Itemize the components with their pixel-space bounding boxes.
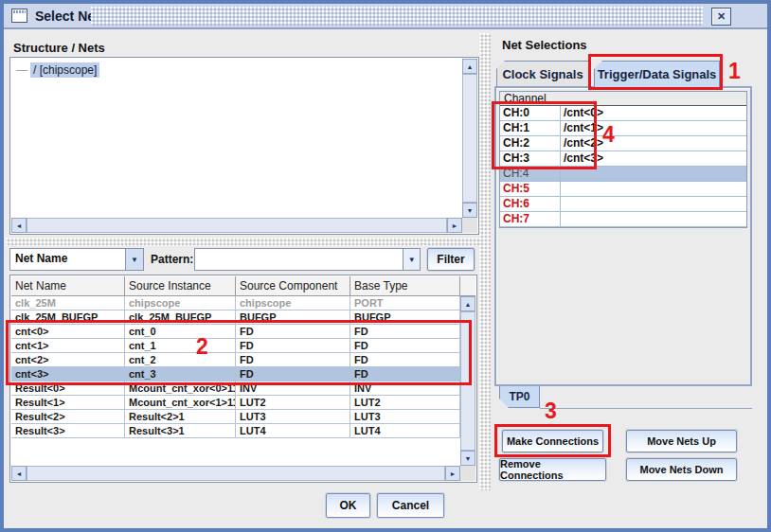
close-icon: ✕ — [717, 10, 726, 23]
horizontal-split-divider[interactable] — [6, 238, 481, 246]
vertical-split-divider[interactable] — [479, 33, 491, 490]
cell: FD — [236, 325, 350, 338]
table-row[interactable]: Result<2> Result<2>1 LUT3 LUT3 — [11, 410, 460, 424]
channel-column-header[interactable]: Channel — [500, 92, 746, 106]
table-hscroll-track[interactable] — [27, 466, 445, 481]
title-bar-texture — [91, 7, 703, 26]
channel-name: CH:6 — [500, 197, 561, 211]
channel-net: /cnt<0> — [561, 106, 746, 120]
channel-row[interactable]: CH:1 /cnt<1> — [500, 121, 746, 136]
pattern-input[interactable] — [195, 249, 403, 270]
scroll-right-icon: ► — [450, 470, 457, 477]
chevron-down-icon[interactable]: ▼ — [403, 249, 420, 270]
table-row[interactable]: Result<3> Result<3>1 LUT4 LUT4 — [11, 424, 460, 438]
table-row[interactable]: cnt<2> cnt_2 FD FD — [11, 353, 460, 367]
tree-scroll-left-button[interactable]: ◄ — [11, 218, 27, 233]
remove-connections-button[interactable]: Remove Connections — [499, 458, 606, 481]
tab-trigger-data-signals[interactable]: Trigger/Data Signals — [594, 61, 720, 88]
move-nets-down-button[interactable]: Move Nets Down — [626, 458, 737, 481]
filter-button[interactable]: Filter — [427, 248, 475, 271]
select-net-dialog: Select Net ✕ Structure / Nets — / [chips… — [0, 0, 771, 532]
tree-scroll-corner — [462, 218, 477, 233]
channel-row[interactable]: CH:2 /cnt<2> — [500, 136, 746, 151]
table-scroll-right-button[interactable]: ► — [445, 466, 460, 481]
channel-row[interactable]: CH:3 /cnt<3> — [500, 151, 746, 167]
scroll-up-icon: ▲ — [465, 301, 472, 308]
cell: clk_25M_BUFGP — [125, 310, 236, 324]
cancel-button[interactable]: Cancel — [377, 493, 444, 518]
column-header-source-component[interactable]: Source Component — [236, 276, 350, 296]
table-row[interactable]: Result<1> Mcount_cnt_xor<1>11 LUT2 LUT2 — [11, 396, 460, 410]
cell: clk_25M — [11, 296, 125, 310]
chevron-down-icon[interactable]: ▼ — [125, 249, 143, 270]
cell: FD — [350, 367, 460, 381]
channel-name: CH:4 — [500, 167, 561, 181]
channel-row-selected[interactable]: CH:4 — [500, 167, 746, 182]
table-row[interactable]: Result<0> Mcount_cnt_xor<0>11... INV INV — [11, 381, 460, 396]
cell: FD — [236, 339, 350, 352]
nets-table: Net Name Source Instance Source Componen… — [9, 275, 477, 483]
table-scroll-up-button[interactable]: ▲ — [460, 296, 475, 311]
column-header-base-type[interactable]: Base Type — [350, 276, 460, 296]
tree-node-label[interactable]: / [chipscope] — [30, 62, 99, 78]
ok-button[interactable]: OK — [326, 493, 370, 518]
channel-row[interactable]: CH:5 — [500, 182, 746, 197]
cell: cnt<0> — [11, 325, 125, 338]
title-bar[interactable]: Select Net ✕ — [4, 4, 767, 29]
net-name-field-selector[interactable]: Net Name ▼ — [9, 248, 144, 271]
column-header-source-instance[interactable]: Source Instance — [125, 276, 236, 296]
channel-name: CH:7 — [500, 212, 561, 226]
channel-net — [561, 182, 746, 196]
annotation-number-3: 3 — [545, 399, 557, 424]
move-nets-up-button[interactable]: Move Nets Up — [626, 430, 737, 452]
tree-handle-icon[interactable]: — — [16, 63, 27, 77]
channel-name: CH:1 — [500, 121, 561, 135]
tab-tp0[interactable]: TP0 — [499, 386, 540, 408]
cell: cnt_1 — [125, 339, 236, 352]
cell: Result<1> — [11, 396, 125, 409]
tree-hscroll-track[interactable] — [27, 218, 447, 233]
channel-row[interactable]: CH:7 — [500, 212, 746, 227]
cell: INV — [350, 381, 460, 395]
tree-node-chipscope[interactable]: — / [chipscope] — [16, 62, 99, 78]
cell: BUFGP — [236, 310, 350, 324]
channel-net: /cnt<1> — [561, 121, 746, 135]
cell: Mcount_cnt_xor<0>11... — [125, 381, 236, 395]
pattern-combobox[interactable]: ▼ — [194, 248, 421, 271]
scroll-up-icon: ▲ — [467, 63, 474, 70]
table-scroll-down-button[interactable]: ▼ — [460, 451, 475, 466]
table-row[interactable]: clk_25M_BUFGP clk_25M_BUFGP BUFGP BUFGP — [11, 310, 460, 325]
channel-net — [561, 197, 746, 211]
scroll-down-icon: ▼ — [467, 207, 474, 214]
tree-scroll-right-button[interactable]: ► — [447, 218, 462, 233]
table-row[interactable]: cnt<1> cnt_1 FD FD — [11, 339, 460, 353]
cell: Result<3> — [11, 424, 125, 437]
tree-scroll-up-button[interactable]: ▲ — [462, 59, 477, 74]
table-row-selected[interactable]: cnt<3> cnt_3 FD FD — [11, 367, 460, 381]
table-row[interactable]: clk_25M chipscope chipscope PORT — [11, 296, 460, 310]
column-header-net-name[interactable]: Net Name — [11, 276, 125, 296]
tree-scroll-down-button[interactable]: ▼ — [462, 203, 477, 218]
close-button[interactable]: ✕ — [711, 8, 731, 26]
table-row[interactable]: cnt<0> cnt_0 FD FD — [11, 325, 460, 339]
cell: LUT4 — [236, 424, 350, 437]
make-connections-button[interactable]: Make Connections — [502, 430, 603, 452]
channel-name: CH:5 — [500, 182, 561, 196]
structure-tree: — / [chipscope] ▲ ▼ ◄ ► — [9, 57, 479, 235]
cell: cnt_3 — [125, 367, 236, 381]
net-selections-label: Net Selections — [502, 38, 587, 52]
cell: LUT3 — [236, 410, 350, 423]
cell: cnt_2 — [125, 353, 236, 366]
tab-clock-signals[interactable]: Clock Signals — [496, 61, 589, 87]
table-scroll-left-button[interactable]: ◄ — [11, 466, 27, 481]
cell: cnt<2> — [11, 353, 125, 366]
channel-row[interactable]: CH:6 — [500, 197, 746, 212]
scroll-right-icon: ► — [452, 222, 458, 229]
cell: PORT — [350, 296, 460, 310]
table-vscroll-track[interactable] — [460, 311, 475, 451]
cell: FD — [350, 353, 460, 366]
channel-row[interactable]: CH:0 /cnt<0> — [500, 106, 746, 121]
cell: BUFGP — [350, 310, 460, 324]
tree-vscroll-track[interactable] — [462, 74, 477, 203]
channel-name: CH:2 — [500, 136, 561, 151]
